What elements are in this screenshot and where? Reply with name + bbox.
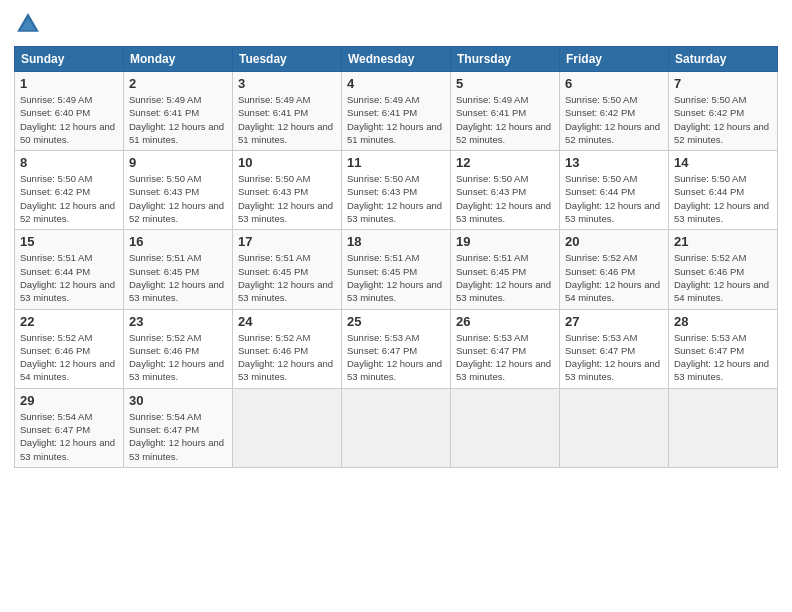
calendar-cell: 5 Sunrise: 5:49 AM Sunset: 6:41 PM Dayli… — [451, 72, 560, 151]
day-number: 6 — [565, 76, 663, 91]
day-number: 7 — [674, 76, 772, 91]
calendar-cell: 1 Sunrise: 5:49 AM Sunset: 6:40 PM Dayli… — [15, 72, 124, 151]
header — [14, 10, 778, 38]
calendar-cell — [451, 388, 560, 467]
calendar-cell: 9 Sunrise: 5:50 AM Sunset: 6:43 PM Dayli… — [124, 151, 233, 230]
day-number: 1 — [20, 76, 118, 91]
day-number: 29 — [20, 393, 118, 408]
calendar-cell: 18 Sunrise: 5:51 AM Sunset: 6:45 PM Dayl… — [342, 230, 451, 309]
calendar-cell: 23 Sunrise: 5:52 AM Sunset: 6:46 PM Dayl… — [124, 309, 233, 388]
day-number: 5 — [456, 76, 554, 91]
day-number: 15 — [20, 234, 118, 249]
day-info: Sunrise: 5:50 AM Sunset: 6:43 PM Dayligh… — [456, 172, 554, 225]
day-number: 23 — [129, 314, 227, 329]
logo — [14, 10, 46, 38]
day-info: Sunrise: 5:53 AM Sunset: 6:47 PM Dayligh… — [347, 331, 445, 384]
week-row-1: 1 Sunrise: 5:49 AM Sunset: 6:40 PM Dayli… — [15, 72, 778, 151]
day-info: Sunrise: 5:52 AM Sunset: 6:46 PM Dayligh… — [674, 251, 772, 304]
calendar-cell: 10 Sunrise: 5:50 AM Sunset: 6:43 PM Dayl… — [233, 151, 342, 230]
day-number: 3 — [238, 76, 336, 91]
calendar-table: SundayMondayTuesdayWednesdayThursdayFrid… — [14, 46, 778, 468]
day-number: 12 — [456, 155, 554, 170]
day-info: Sunrise: 5:50 AM Sunset: 6:44 PM Dayligh… — [565, 172, 663, 225]
day-number: 17 — [238, 234, 336, 249]
calendar-cell: 8 Sunrise: 5:50 AM Sunset: 6:42 PM Dayli… — [15, 151, 124, 230]
day-info: Sunrise: 5:54 AM Sunset: 6:47 PM Dayligh… — [20, 410, 118, 463]
calendar-cell — [560, 388, 669, 467]
day-number: 25 — [347, 314, 445, 329]
header-sunday: Sunday — [15, 47, 124, 72]
calendar-cell: 25 Sunrise: 5:53 AM Sunset: 6:47 PM Dayl… — [342, 309, 451, 388]
logo-icon — [14, 10, 42, 38]
day-number: 14 — [674, 155, 772, 170]
day-info: Sunrise: 5:50 AM Sunset: 6:42 PM Dayligh… — [20, 172, 118, 225]
day-info: Sunrise: 5:50 AM Sunset: 6:44 PM Dayligh… — [674, 172, 772, 225]
calendar-cell: 4 Sunrise: 5:49 AM Sunset: 6:41 PM Dayli… — [342, 72, 451, 151]
day-number: 22 — [20, 314, 118, 329]
calendar-cell: 3 Sunrise: 5:49 AM Sunset: 6:41 PM Dayli… — [233, 72, 342, 151]
day-info: Sunrise: 5:51 AM Sunset: 6:44 PM Dayligh… — [20, 251, 118, 304]
day-number: 28 — [674, 314, 772, 329]
week-row-2: 8 Sunrise: 5:50 AM Sunset: 6:42 PM Dayli… — [15, 151, 778, 230]
calendar-cell: 26 Sunrise: 5:53 AM Sunset: 6:47 PM Dayl… — [451, 309, 560, 388]
calendar-cell: 12 Sunrise: 5:50 AM Sunset: 6:43 PM Dayl… — [451, 151, 560, 230]
calendar-cell: 27 Sunrise: 5:53 AM Sunset: 6:47 PM Dayl… — [560, 309, 669, 388]
calendar-header-row: SundayMondayTuesdayWednesdayThursdayFrid… — [15, 47, 778, 72]
day-number: 13 — [565, 155, 663, 170]
day-number: 18 — [347, 234, 445, 249]
calendar-cell — [233, 388, 342, 467]
week-row-4: 22 Sunrise: 5:52 AM Sunset: 6:46 PM Dayl… — [15, 309, 778, 388]
calendar-cell — [342, 388, 451, 467]
calendar-cell — [669, 388, 778, 467]
calendar-cell: 11 Sunrise: 5:50 AM Sunset: 6:43 PM Dayl… — [342, 151, 451, 230]
header-tuesday: Tuesday — [233, 47, 342, 72]
day-info: Sunrise: 5:49 AM Sunset: 6:41 PM Dayligh… — [238, 93, 336, 146]
day-number: 8 — [20, 155, 118, 170]
day-info: Sunrise: 5:49 AM Sunset: 6:41 PM Dayligh… — [129, 93, 227, 146]
day-number: 24 — [238, 314, 336, 329]
header-wednesday: Wednesday — [342, 47, 451, 72]
calendar-cell: 19 Sunrise: 5:51 AM Sunset: 6:45 PM Dayl… — [451, 230, 560, 309]
day-info: Sunrise: 5:52 AM Sunset: 6:46 PM Dayligh… — [129, 331, 227, 384]
calendar-cell: 16 Sunrise: 5:51 AM Sunset: 6:45 PM Dayl… — [124, 230, 233, 309]
day-info: Sunrise: 5:50 AM Sunset: 6:43 PM Dayligh… — [347, 172, 445, 225]
calendar-cell: 7 Sunrise: 5:50 AM Sunset: 6:42 PM Dayli… — [669, 72, 778, 151]
day-info: Sunrise: 5:52 AM Sunset: 6:46 PM Dayligh… — [565, 251, 663, 304]
calendar-cell: 6 Sunrise: 5:50 AM Sunset: 6:42 PM Dayli… — [560, 72, 669, 151]
week-row-3: 15 Sunrise: 5:51 AM Sunset: 6:44 PM Dayl… — [15, 230, 778, 309]
day-number: 16 — [129, 234, 227, 249]
header-monday: Monday — [124, 47, 233, 72]
day-number: 30 — [129, 393, 227, 408]
day-info: Sunrise: 5:53 AM Sunset: 6:47 PM Dayligh… — [674, 331, 772, 384]
day-number: 2 — [129, 76, 227, 91]
day-info: Sunrise: 5:54 AM Sunset: 6:47 PM Dayligh… — [129, 410, 227, 463]
day-number: 26 — [456, 314, 554, 329]
day-number: 21 — [674, 234, 772, 249]
calendar-cell: 15 Sunrise: 5:51 AM Sunset: 6:44 PM Dayl… — [15, 230, 124, 309]
calendar-cell: 24 Sunrise: 5:52 AM Sunset: 6:46 PM Dayl… — [233, 309, 342, 388]
header-friday: Friday — [560, 47, 669, 72]
day-info: Sunrise: 5:52 AM Sunset: 6:46 PM Dayligh… — [20, 331, 118, 384]
calendar-cell: 21 Sunrise: 5:52 AM Sunset: 6:46 PM Dayl… — [669, 230, 778, 309]
header-saturday: Saturday — [669, 47, 778, 72]
calendar-cell: 17 Sunrise: 5:51 AM Sunset: 6:45 PM Dayl… — [233, 230, 342, 309]
week-row-5: 29 Sunrise: 5:54 AM Sunset: 6:47 PM Dayl… — [15, 388, 778, 467]
day-number: 4 — [347, 76, 445, 91]
calendar-cell: 14 Sunrise: 5:50 AM Sunset: 6:44 PM Dayl… — [669, 151, 778, 230]
calendar-cell: 13 Sunrise: 5:50 AM Sunset: 6:44 PM Dayl… — [560, 151, 669, 230]
day-number: 27 — [565, 314, 663, 329]
page: SundayMondayTuesdayWednesdayThursdayFrid… — [0, 0, 792, 612]
day-number: 11 — [347, 155, 445, 170]
calendar-cell: 2 Sunrise: 5:49 AM Sunset: 6:41 PM Dayli… — [124, 72, 233, 151]
day-number: 9 — [129, 155, 227, 170]
day-info: Sunrise: 5:49 AM Sunset: 6:40 PM Dayligh… — [20, 93, 118, 146]
day-info: Sunrise: 5:51 AM Sunset: 6:45 PM Dayligh… — [347, 251, 445, 304]
day-info: Sunrise: 5:51 AM Sunset: 6:45 PM Dayligh… — [456, 251, 554, 304]
day-number: 10 — [238, 155, 336, 170]
day-number: 20 — [565, 234, 663, 249]
day-info: Sunrise: 5:49 AM Sunset: 6:41 PM Dayligh… — [347, 93, 445, 146]
header-thursday: Thursday — [451, 47, 560, 72]
day-info: Sunrise: 5:53 AM Sunset: 6:47 PM Dayligh… — [565, 331, 663, 384]
day-info: Sunrise: 5:50 AM Sunset: 6:43 PM Dayligh… — [238, 172, 336, 225]
day-info: Sunrise: 5:50 AM Sunset: 6:42 PM Dayligh… — [674, 93, 772, 146]
